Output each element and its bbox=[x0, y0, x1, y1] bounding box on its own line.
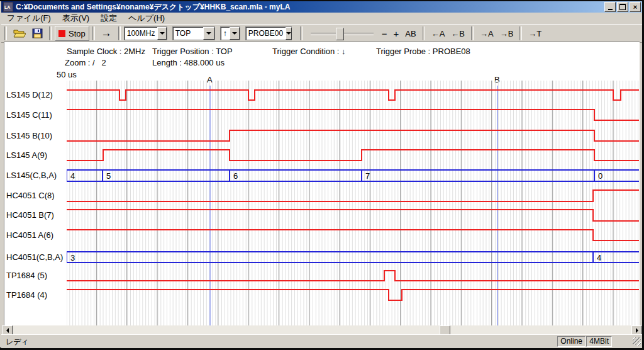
close-button[interactable]: × bbox=[630, 2, 641, 12]
zoom-in-button[interactable]: + bbox=[391, 26, 402, 40]
window-title: C:¥Documents and Settings¥noname¥デスクトップ¥… bbox=[16, 2, 604, 13]
toolbar-separator bbox=[471, 26, 474, 40]
dropdown-button[interactable] bbox=[157, 27, 166, 40]
trigger-position-value: TOP bbox=[173, 29, 203, 38]
chevron-down-icon bbox=[286, 32, 291, 35]
trigger-position-select[interactable]: TOP bbox=[172, 26, 215, 40]
app-icon bbox=[3, 2, 13, 12]
time-scale-label: 50 us bbox=[57, 70, 77, 79]
toolbar: Stop → 100MHz TOP ↑ PROBE00 − + AB ←A bbox=[1, 24, 642, 43]
scroll-left-icon bbox=[6, 328, 9, 333]
stop-label: Stop bbox=[69, 29, 86, 38]
toolbar-separator bbox=[4, 26, 7, 40]
status-online-badge: Online bbox=[557, 336, 586, 347]
channel-label: HC4051 B(7) bbox=[6, 210, 54, 220]
channel-label: HC4051 A(6) bbox=[6, 230, 53, 240]
close-icon: × bbox=[633, 4, 637, 10]
channel-label: HC4051 C(8) bbox=[6, 191, 55, 200]
ab-button[interactable]: AB bbox=[402, 26, 419, 40]
toolbar-separator bbox=[423, 26, 425, 40]
status-bar: レディ Online 4MBit bbox=[1, 334, 642, 348]
set-marker-b-button[interactable]: →B bbox=[497, 26, 517, 40]
maximize-icon bbox=[619, 4, 626, 10]
open-folder-icon bbox=[13, 28, 26, 38]
run-button[interactable]: → bbox=[98, 26, 115, 40]
stop-icon bbox=[58, 30, 65, 37]
channel-label: LS145 B(10) bbox=[6, 131, 52, 140]
sample-clock-value: 100MHz bbox=[125, 29, 158, 38]
scroll-right-icon bbox=[636, 328, 638, 333]
sample-clock-info: Sample Clock : 2MHz bbox=[67, 47, 145, 56]
channel-label: TP1684 (4) bbox=[6, 290, 47, 300]
trigger-edge-select[interactable]: ↑ bbox=[220, 26, 240, 40]
bus-value: 5 bbox=[106, 171, 111, 181]
goto-trigger-button[interactable]: →T bbox=[525, 26, 545, 40]
zoom-info: Zoom : / 2 bbox=[65, 58, 106, 67]
menu-view[interactable]: 表示(V) bbox=[57, 12, 95, 25]
goto-marker-a-button[interactable]: ←A bbox=[428, 26, 448, 40]
toolbar-separator bbox=[49, 26, 52, 40]
minimize-button[interactable] bbox=[604, 2, 616, 12]
menu-help[interactable]: ヘルプ(H) bbox=[123, 12, 170, 25]
status-ready-text: レディ bbox=[6, 337, 29, 347]
trigger-probe-value: PROBE00 bbox=[246, 29, 286, 38]
trigger-probe-info: Trigger Probe : PROBE08 bbox=[376, 47, 470, 56]
trigger-condition-info: Trigger Condition : ↓ bbox=[272, 47, 346, 56]
trigger-edge-value: ↑ bbox=[221, 29, 230, 38]
channel-label: TP1684 (5) bbox=[6, 271, 47, 280]
open-file-button[interactable] bbox=[10, 26, 29, 40]
menu-bar: ファイル(F) 表示(V) 設定 ヘルプ(H) bbox=[1, 13, 642, 24]
sample-clock-select[interactable]: 100MHz bbox=[124, 26, 167, 40]
bus-value: 6 bbox=[233, 171, 238, 181]
trigger-probe-select[interactable]: PROBE00 bbox=[245, 26, 292, 40]
zoom-slider[interactable] bbox=[311, 26, 374, 40]
zoom-out-button[interactable]: − bbox=[379, 26, 391, 40]
save-floppy-icon bbox=[32, 28, 43, 38]
goto-marker-b-button[interactable]: ←B bbox=[448, 26, 468, 40]
bus-value: 3 bbox=[70, 253, 75, 262]
save-file-button[interactable] bbox=[29, 26, 46, 40]
length-info: Length : 488.000 us bbox=[152, 58, 225, 67]
run-arrow-icon: → bbox=[101, 27, 112, 40]
channel-label: LS145 A(9) bbox=[6, 150, 47, 160]
channel-label: LS145 D(12) bbox=[6, 90, 53, 99]
bus-value: 7 bbox=[365, 171, 370, 181]
maximize-button[interactable] bbox=[617, 2, 628, 12]
application-window: C:¥Documents and Settings¥noname¥デスクトップ¥… bbox=[0, 0, 644, 350]
toolbar-separator bbox=[118, 26, 121, 40]
chevron-down-icon bbox=[206, 32, 211, 35]
chevron-down-icon bbox=[160, 32, 165, 35]
bus-value: 4 bbox=[70, 171, 75, 181]
stop-button[interactable]: Stop bbox=[55, 26, 89, 41]
bus-value: 4 bbox=[597, 253, 601, 262]
toolbar-separator bbox=[300, 26, 303, 40]
slider-thumb[interactable] bbox=[336, 28, 344, 40]
waveform-plot[interactable]: 4567034 bbox=[67, 81, 639, 325]
toolbar-separator bbox=[92, 26, 95, 40]
dropdown-button[interactable] bbox=[230, 27, 240, 40]
horizontal-scrollbar[interactable] bbox=[2, 325, 642, 334]
toolbar-separator bbox=[519, 26, 522, 40]
bus-value: 0 bbox=[598, 171, 602, 181]
channel-label: LS145 C(11) bbox=[6, 110, 52, 120]
trigger-position-info: Trigger Position : TOP bbox=[152, 47, 233, 56]
dropdown-button[interactable] bbox=[203, 27, 214, 40]
channel-label: HC4051(C,B,A) bbox=[6, 252, 63, 262]
minimize-icon bbox=[608, 9, 613, 10]
resize-grip-icon[interactable] bbox=[633, 337, 641, 346]
chevron-down-icon bbox=[232, 32, 237, 35]
menu-settings[interactable]: 設定 bbox=[95, 12, 123, 25]
title-bar[interactable]: C:¥Documents and Settings¥noname¥デスクトップ¥… bbox=[1, 1, 642, 13]
channel-label: LS145(C,B,A) bbox=[6, 171, 57, 180]
menu-file[interactable]: ファイル(F) bbox=[1, 12, 57, 25]
set-marker-a-button[interactable]: →A bbox=[477, 26, 497, 40]
status-memory-badge: 4MBit bbox=[586, 336, 612, 347]
dropdown-button[interactable] bbox=[286, 27, 292, 40]
